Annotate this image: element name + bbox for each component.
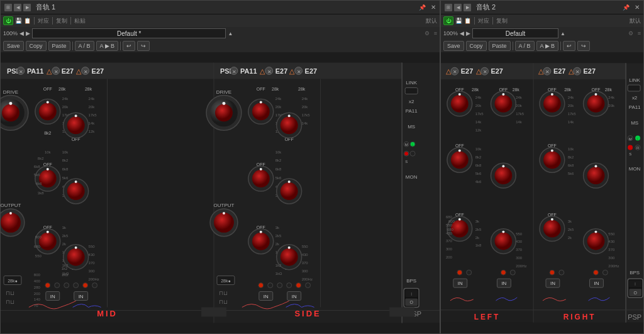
svg-text:8k2: 8k2 [62, 159, 69, 162]
default-label-left: 默认 [426, 17, 437, 25]
tb-grid-icon[interactable]: ⊞ [4, 4, 12, 11]
svg-text:20k: 20k [62, 105, 69, 109]
tb-grid-icon-right[interactable]: ⊞ [445, 4, 452, 11]
preset-field-right[interactable] [472, 28, 558, 38]
svg-text:E27: E27 [491, 67, 503, 75]
svg-text:28k: 28k [564, 87, 572, 92]
svg-text:DRIVE: DRIVE [3, 89, 18, 95]
svg-text:28k: 28k [85, 87, 92, 91]
dui-label-right: 对应 [478, 17, 489, 25]
power-button-right[interactable]: ⏻ [443, 16, 453, 25]
redo-button-left[interactable]: ↪ [137, 41, 150, 51]
svg-text:28k: 28k [472, 87, 479, 92]
svg-point-318 [587, 95, 605, 113]
close-btn-left[interactable]: ✕ [431, 4, 436, 11]
window-title-left: 音轨 1 [36, 3, 416, 12]
svg-point-124 [215, 104, 233, 121]
action-sep1 [72, 42, 73, 50]
tb-back-icon-right[interactable]: ◀ [454, 4, 462, 11]
a-to-b-button-right[interactable]: A ▶ B [536, 41, 559, 51]
action-sep1-right [513, 42, 513, 50]
svg-text:400: 400 [34, 279, 41, 283]
svg-text:14k: 14k [568, 120, 574, 124]
save-button-left[interactable]: Save [3, 41, 24, 51]
svg-text:E27: E27 [461, 67, 473, 75]
settings-gear-left[interactable]: ⚙ [425, 30, 430, 36]
svg-text:24k: 24k [608, 96, 614, 99]
svg-text:370: 370 [446, 240, 453, 243]
svg-point-78 [67, 182, 85, 200]
title-bar-icons-right: ⊞ ◀ ▶ [445, 4, 471, 11]
ab-button-right[interactable]: A / B [515, 41, 535, 51]
svg-text:300: 300 [608, 256, 615, 260]
svg-text:E27: E27 [92, 67, 104, 75]
svg-text:6k8: 6k8 [475, 164, 482, 167]
close-btn-right[interactable]: ✕ [635, 4, 640, 11]
svg-text:10k: 10k [275, 150, 282, 154]
sep2-right [492, 17, 493, 25]
paste-button-left[interactable]: Paste [48, 41, 70, 51]
svg-text:28k: 28k [272, 87, 279, 91]
settings-gear-right[interactable]: ⚙ [628, 30, 633, 36]
redo-button-right[interactable]: ↪ [577, 41, 590, 51]
svg-text:MS: MS [631, 120, 638, 126]
tb-forward-icon-right[interactable]: ▶ [464, 4, 471, 11]
power-button-left[interactable]: ⏻ [3, 16, 13, 25]
svg-text:300: 300 [89, 269, 96, 273]
svg-text:200: 200 [446, 255, 453, 259]
svg-text:10k: 10k [568, 147, 574, 151]
menu-icon-right[interactable]: ≡ [638, 30, 641, 36]
preset-field-left[interactable] [32, 28, 226, 38]
svg-point-44 [47, 101, 49, 103]
svg-point-290 [458, 218, 461, 221]
tb-forward-icon[interactable]: ▶ [23, 4, 31, 11]
paste-button-right[interactable]: Paste [489, 41, 511, 51]
menu-icon-left[interactable]: ≡ [434, 30, 437, 36]
zoom-back-right[interactable]: ◀ [460, 30, 464, 36]
zoom-back-left[interactable]: ◀ [19, 30, 24, 36]
svg-text:O: O [409, 300, 413, 304]
svg-text:E27: E27 [305, 67, 318, 75]
svg-text:280: 280 [34, 286, 41, 289]
copy-button-left[interactable]: Copy [26, 41, 47, 51]
pin-icon-left[interactable]: 📌 [419, 4, 426, 11]
svg-text:28k●: 28k● [221, 279, 230, 283]
svg-text:6k8: 6k8 [275, 167, 282, 171]
svg-text:4k6: 4k6 [475, 180, 482, 184]
svg-text:2k: 2k [62, 242, 66, 246]
svg-point-111 [45, 283, 50, 288]
svg-text:12k: 12k [89, 130, 95, 133]
zoom-fwd-left[interactable]: ▶ [26, 30, 30, 36]
svg-text:20k: 20k [275, 105, 282, 109]
a-to-b-button-left[interactable]: A ▶ B [96, 41, 119, 51]
save-button-right[interactable]: Save [443, 41, 464, 51]
zoom-fwd-right[interactable]: ▶ [466, 30, 470, 36]
svg-point-336 [543, 220, 561, 238]
plugin-body-right: △ ✕ E27 △ ✕ E27 △ ✕ E27 △ ✕ E27 OFF 28k [441, 52, 643, 333]
undo-button-right[interactable]: ↩ [563, 41, 575, 51]
svg-text:PA11: PA11 [240, 67, 257, 75]
svg-text:M: M [405, 143, 408, 147]
pin-icon-right[interactable]: 📌 [623, 4, 630, 11]
svg-rect-373 [628, 85, 640, 91]
svg-point-161 [214, 213, 234, 233]
preset-dropdown-right[interactable]: ▲ [560, 31, 565, 36]
copy-button-right[interactable]: Copy [466, 41, 487, 51]
undo-button-left[interactable]: ↩ [123, 41, 135, 51]
svg-text:8k2: 8k2 [275, 159, 282, 162]
tb-back-icon[interactable]: ◀ [14, 4, 21, 11]
svg-text:800: 800 [35, 235, 42, 239]
preset-dropdown-left[interactable]: ▲ [228, 31, 233, 36]
svg-text:20k: 20k [89, 105, 95, 109]
svg-text:20k: 20k [475, 104, 482, 108]
svg-text:DRIVE: DRIVE [216, 89, 231, 95]
svg-text:550: 550 [446, 223, 453, 227]
svg-point-325 [551, 149, 553, 152]
svg-point-300 [502, 231, 504, 233]
svg-text:RIGHT: RIGHT [564, 313, 596, 321]
svg-text:430: 430 [89, 253, 96, 257]
svg-text:LEFT: LEFT [474, 313, 501, 321]
ab-button-left[interactable]: A / B [75, 41, 94, 51]
svg-point-276 [451, 151, 469, 169]
svg-text:IN: IN [458, 281, 463, 286]
